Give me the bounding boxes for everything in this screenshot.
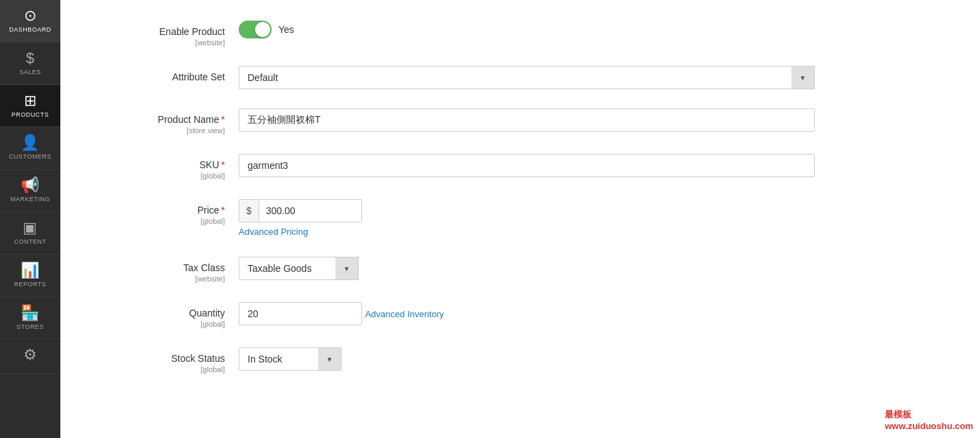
product-name-input[interactable] <box>239 108 815 132</box>
attribute-set-select[interactable]: Default Custom Shirt Pants <box>239 66 815 89</box>
sales-icon: $ <box>26 51 35 66</box>
content-icon: ▣ <box>23 220 38 235</box>
sku-label-col: SKU* [global] <box>101 154 239 180</box>
product-name-label: Product Name* <box>101 114 225 125</box>
dashboard-icon: ⊙ <box>24 8 37 23</box>
sidebar-item-products[interactable]: ⊞ PRODUCTS <box>0 85 60 128</box>
attribute-set-row: Attribute Set Default Custom Shirt Pants <box>101 66 939 89</box>
stock-status-select-wrapper: In Stock Out of Stock <box>239 347 342 371</box>
reports-icon: 📊 <box>21 263 40 278</box>
sidebar-label-products: PRODUCTS <box>12 111 49 119</box>
sidebar-item-content[interactable]: ▣ CONTENT <box>0 212 60 255</box>
marketing-icon: 📢 <box>21 178 40 193</box>
product-name-sublabel: [store view] <box>101 126 225 135</box>
sidebar-item-dashboard[interactable]: ⊙ DASHBOARD <box>0 0 60 43</box>
sidebar-item-system[interactable]: ⚙ <box>0 339 60 374</box>
attribute-set-label: Attribute Set <box>101 71 225 82</box>
stock-status-select[interactable]: In Stock Out of Stock <box>239 347 342 371</box>
price-sublabel: [global] <box>101 217 225 225</box>
product-name-label-col: Product Name* [store view] <box>101 108 239 135</box>
sidebar-label-marketing: MARKETING <box>10 196 50 203</box>
price-row: Price* [global] $ Advanced Pricing <box>101 199 939 238</box>
sidebar-item-marketing[interactable]: 📢 MARKETING <box>0 170 60 212</box>
sidebar-item-reports[interactable]: 📊 REPORTS <box>0 255 60 297</box>
stock-status-label: Stock Status <box>101 353 225 364</box>
enable-product-sublabel: [website] <box>101 38 225 47</box>
tax-class-field: None Taxable Goods Shipping Digital Prod… <box>239 257 939 280</box>
product-name-required: * <box>222 114 225 125</box>
toggle-yes-label: Yes <box>278 24 294 35</box>
price-input-wrapper: $ <box>239 199 362 222</box>
toggle-row: Yes <box>239 21 939 38</box>
sku-row: SKU* [global] <box>101 154 939 180</box>
stock-status-sublabel: [global] <box>101 365 225 373</box>
price-field: $ Advanced Pricing <box>239 199 939 238</box>
sku-field <box>239 154 939 177</box>
advanced-pricing-link[interactable]: Advanced Pricing <box>239 227 308 237</box>
tax-class-label-col: Tax Class [website] <box>101 257 239 283</box>
sidebar-label-stores: STORES <box>16 323 44 331</box>
attribute-set-field: Default Custom Shirt Pants <box>239 66 939 89</box>
price-currency-symbol: $ <box>239 200 259 222</box>
tax-class-select[interactable]: None Taxable Goods Shipping Digital Prod… <box>239 257 359 280</box>
sidebar-label-customers: CUSTOMERS <box>9 153 51 161</box>
tax-class-label: Tax Class <box>101 262 225 273</box>
price-label-col: Price* [global] <box>101 199 239 225</box>
customers-icon: 👤 <box>21 135 40 150</box>
attribute-set-select-wrapper: Default Custom Shirt Pants <box>239 66 815 89</box>
tax-class-select-wrapper: None Taxable Goods Shipping Digital Prod… <box>239 257 359 280</box>
enable-product-row: Enable Product [website] Yes <box>101 21 939 47</box>
sidebar-item-customers[interactable]: 👤 CUSTOMERS <box>0 127 60 170</box>
quantity-label: Quantity <box>101 308 225 319</box>
sku-label: SKU* <box>101 159 225 170</box>
quantity-label-col: Quantity [global] <box>101 302 239 328</box>
enable-product-field: Yes <box>239 21 939 38</box>
sidebar-label-content: CONTENT <box>14 238 47 246</box>
stock-status-row: Stock Status [global] In Stock Out of St… <box>101 347 939 373</box>
quantity-input[interactable] <box>239 302 362 325</box>
enable-product-label-col: Enable Product [website] <box>101 21 239 47</box>
stock-status-label-col: Stock Status [global] <box>101 347 239 373</box>
price-label: Price* <box>101 205 225 216</box>
product-name-row: Product Name* [store view] <box>101 108 939 135</box>
sidebar-item-stores[interactable]: 🏪 STORES <box>0 297 60 340</box>
quantity-row: Quantity [global] Advanced Inventory <box>101 302 939 328</box>
advanced-inventory-link[interactable]: Advanced Inventory <box>365 309 444 319</box>
price-input[interactable] <box>259 200 342 222</box>
enable-product-label: Enable Product <box>101 26 225 37</box>
tax-class-sublabel: [website] <box>101 275 225 283</box>
sku-sublabel: [global] <box>101 172 225 180</box>
sidebar-label-dashboard: DASHBOARD <box>9 26 51 34</box>
attribute-set-label-col: Attribute Set <box>101 66 239 82</box>
stores-icon: 🏪 <box>21 306 40 321</box>
sidebar-label-sales: SALES <box>19 69 41 76</box>
enable-product-toggle[interactable] <box>239 21 272 38</box>
stock-status-field: In Stock Out of Stock <box>239 347 939 371</box>
sidebar-item-sales[interactable]: $ SALES <box>0 43 60 85</box>
price-required: * <box>222 205 225 216</box>
products-icon: ⊞ <box>24 93 37 108</box>
product-name-field <box>239 108 939 132</box>
sku-required: * <box>222 159 225 170</box>
tax-class-row: Tax Class [website] None Taxable Goods S… <box>101 257 939 283</box>
main-content: Enable Product [website] Yes Attribute S… <box>60 0 980 438</box>
sidebar-label-reports: REPORTS <box>14 281 47 288</box>
quantity-field: Advanced Inventory <box>239 302 939 325</box>
sidebar: ⊙ DASHBOARD $ SALES ⊞ PRODUCTS 👤 CUSTOME… <box>0 0 60 438</box>
sku-input[interactable] <box>239 154 815 177</box>
quantity-sublabel: [global] <box>101 320 225 328</box>
system-icon: ⚙ <box>23 347 38 362</box>
